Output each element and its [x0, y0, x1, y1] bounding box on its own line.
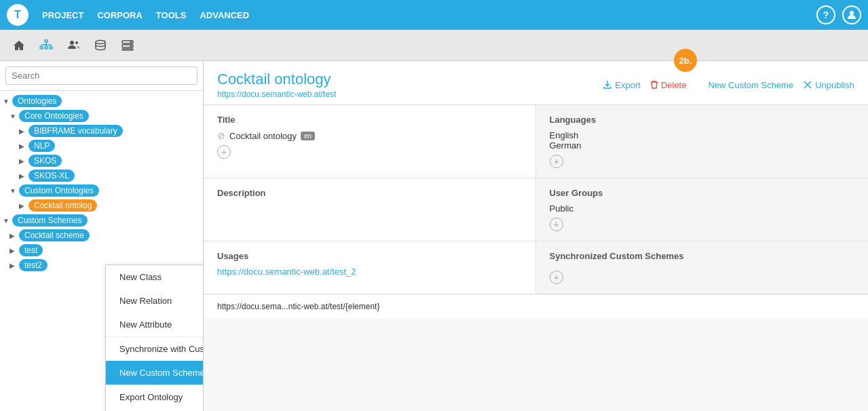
element-url-text: https://docu.sema...ntic-web.at/test/{el… — [217, 302, 379, 311]
toggle-bibframe[interactable]: ▶ — [19, 128, 29, 135]
toggle-test2[interactable]: ▶ — [10, 262, 19, 269]
unpublish-button[interactable]: Unpublish — [803, 80, 854, 90]
tree-node-skos-xl[interactable]: ▶ SKOS-XL — [0, 168, 203, 183]
toggle-custom-ont[interactable]: ▼ — [10, 187, 19, 195]
tree-label-skos[interactable]: SKOS — [29, 155, 62, 167]
languages-label: Languages — [550, 115, 855, 125]
svg-point-0 — [850, 11, 854, 15]
toggle-cocktail-scheme[interactable]: ▶ — [10, 232, 19, 239]
usages-value[interactable]: https://docu.semantic-web.at/test_2 — [217, 267, 522, 277]
help-icon[interactable]: ? — [816, 5, 835, 24]
toolbar — [0, 30, 868, 61]
user-groups-value: Public — [550, 203, 855, 214]
tree-label-skos-xl[interactable]: SKOS-XL — [29, 170, 75, 182]
usages-cell: Usages https://docu.semantic-web.at/test… — [204, 241, 536, 294]
toggle-custom-schemes[interactable]: ▼ — [3, 217, 12, 224]
user-icon[interactable] — [842, 5, 861, 24]
export-button[interactable]: Export — [603, 80, 641, 90]
menu-new-attribute[interactable]: New Attribute — [106, 313, 204, 336]
database-icon[interactable] — [90, 35, 111, 56]
hierarchy-icon[interactable] — [35, 35, 57, 56]
sidebar: ▼ Ontologies ▼ Core Ontologies ▶ BIBFRAM… — [0, 61, 204, 411]
tree-label-custom-ont[interactable]: Custom Ontologies — [19, 184, 99, 197]
context-menu: New Class New Relation New Attribute Syn… — [105, 265, 204, 411]
tree-node-core[interactable]: ▼ Core Ontologies — [0, 109, 203, 123]
toggle-skos[interactable]: ▶ — [19, 157, 29, 165]
server-icon[interactable] — [117, 35, 138, 56]
nav-corpora[interactable]: CORPORA — [97, 10, 142, 20]
menu-new-relation[interactable]: New Relation — [106, 289, 204, 313]
toggle-cocktail-ont[interactable]: ▶ — [19, 202, 29, 210]
user-mgmt-icon[interactable] — [62, 35, 84, 56]
title-value: ⊘ Cocktail ontology en — [217, 130, 522, 141]
edit-icon[interactable]: ⊘ — [217, 130, 225, 141]
content-grid: Title ⊘ Cocktail ontology en + Languages… — [204, 105, 868, 294]
tree-label-custom-schemes[interactable]: Custom Schemes — [12, 214, 88, 227]
tree-label-ontologies[interactable]: Ontologies — [12, 95, 62, 107]
sync-schemes-label: Synchronized Custom Schemes — [550, 251, 855, 261]
menu-new-custom-scheme[interactable]: New Custom Scheme — [106, 361, 204, 385]
tree-label-nlp[interactable]: NLP — [29, 140, 55, 152]
user-groups-add-btn[interactable]: + — [550, 218, 563, 231]
tree-node-skos[interactable]: ▶ SKOS — [0, 153, 203, 168]
home-icon[interactable] — [8, 35, 30, 56]
svg-rect-1 — [45, 40, 48, 42]
toggle-ontologies[interactable]: ▼ — [3, 98, 12, 105]
tree-label-bibframe[interactable]: BIBFRAME vocabulary — [29, 125, 123, 137]
unpublish-label: Unpublish — [815, 80, 854, 90]
nav-tools[interactable]: TOOLS — [156, 10, 187, 20]
languages-add-btn[interactable]: + — [550, 155, 563, 168]
nav-advanced[interactable]: ADVANCED — [200, 10, 249, 20]
menu-new-class[interactable]: New Class — [106, 265, 204, 289]
tree-node-test[interactable]: ▶ test — [0, 243, 203, 258]
usages-label: Usages — [217, 251, 522, 261]
tree-label-cocktail-scheme[interactable]: Cocktail scheme — [19, 229, 90, 241]
toggle-test[interactable]: ▶ — [10, 247, 19, 254]
user-groups-label: User Groups — [550, 188, 855, 198]
tree-node-cocktail-ont[interactable]: ▶ Cocktail ontolog — [0, 198, 203, 213]
toggle-core[interactable]: ▼ — [10, 113, 19, 120]
nav-items: PROJECT CORPORA TOOLS ADVANCED — [42, 10, 803, 20]
tree-label-test2[interactable]: test2 — [19, 259, 48, 271]
delete-label: Delete — [661, 80, 687, 90]
tree-label-cocktail-ont[interactable]: Cocktail ontolog — [29, 199, 97, 212]
lang-badge: en — [301, 132, 315, 140]
content-url[interactable]: https://docu.semantic-web.at/test — [217, 90, 336, 99]
tree-node-custom-schemes[interactable]: ▼ Custom Schemes — [0, 213, 203, 228]
toggle-skos-xl[interactable]: ▶ — [19, 172, 29, 180]
nav-project[interactable]: PROJECT — [42, 10, 83, 20]
menu-sync-scheme[interactable]: Synchronize with Custom Scheme — [106, 337, 204, 361]
menu-export-ontology[interactable]: Export Ontology — [106, 385, 204, 409]
svg-point-10 — [70, 41, 74, 45]
languages-value: EnglishGerman — [550, 130, 855, 151]
title-cell: Title ⊘ Cocktail ontology en + — [204, 105, 536, 178]
delete-button[interactable]: Delete — [650, 80, 687, 90]
new-custom-scheme-button[interactable]: New Custom Scheme — [696, 80, 793, 90]
user-groups-cell: User Groups Public + — [536, 178, 869, 241]
description-label: Description — [217, 188, 522, 198]
element-url-row: https://docu.sema...ntic-web.at/test/{el… — [204, 294, 868, 318]
content-title-block: Cocktail ontology https://docu.semantic-… — [217, 71, 336, 99]
content-actions: Export Delete New Custom Scheme Unpublis… — [603, 80, 854, 90]
svg-point-16 — [130, 41, 132, 43]
tree-node-cocktail-scheme[interactable]: ▶ Cocktail scheme — [0, 228, 203, 243]
tree-node-custom-ont[interactable]: ▼ Custom Ontologies — [0, 183, 203, 198]
title-add-btn[interactable]: + — [217, 145, 231, 159]
tree-label-core[interactable]: Core Ontologies — [19, 110, 89, 122]
top-nav: T PROJECT CORPORA TOOLS ADVANCED ? — [0, 0, 868, 30]
sync-schemes-add-btn[interactable]: + — [550, 271, 563, 284]
page-title: Cocktail ontology — [217, 71, 336, 88]
tree-node-bibframe[interactable]: ▶ BIBFRAME vocabulary — [0, 123, 203, 138]
export-label: Export — [615, 80, 641, 90]
logo[interactable]: T — [7, 4, 29, 26]
tree-node-nlp[interactable]: ▶ NLP — [0, 138, 203, 153]
main-layout: ▼ Ontologies ▼ Core Ontologies ▶ BIBFRAM… — [0, 61, 868, 411]
content-header: Cocktail ontology https://docu.semantic-… — [204, 61, 868, 105]
svg-point-12 — [96, 40, 105, 43]
content-area: Cocktail ontology https://docu.semantic-… — [204, 61, 868, 411]
tree-label-test[interactable]: test — [19, 244, 43, 256]
svg-rect-4 — [50, 47, 52, 49]
search-input[interactable] — [5, 66, 197, 85]
tree-node-ontologies[interactable]: ▼ Ontologies — [0, 94, 203, 109]
toggle-nlp[interactable]: ▶ — [19, 142, 29, 150]
